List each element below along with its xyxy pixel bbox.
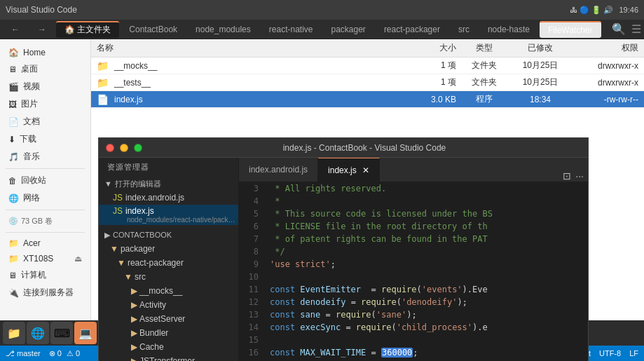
vscode-max-btn[interactable] (134, 144, 142, 152)
explorer-label: 资源管理器 (107, 163, 149, 171)
trash-icon: 🗑 (8, 176, 17, 186)
folder-icon: ▶ (131, 300, 137, 310)
tree-cache[interactable]: ▶ Cache (99, 340, 238, 354)
view-btn[interactable]: ☰ (631, 22, 641, 36)
tab-filewatcher[interactable]: FileWatcher (540, 21, 601, 38)
sidebar-home[interactable]: 🏠 Home (0, 45, 90, 60)
tab-node-haste[interactable]: node-haste (479, 21, 538, 38)
sidebar-docs-label: 文档 (23, 116, 40, 128)
divider-2 (6, 210, 85, 210)
sidebar-network-label: 网络 (23, 192, 40, 204)
tab-packager[interactable]: packager (323, 21, 374, 38)
open-file-index[interactable]: JS index.js node_modules/react-native/pa… (99, 205, 238, 225)
code-line: * This source code is licensed under the… (270, 207, 582, 220)
file-modified: 10月25日 (512, 76, 568, 88)
code-editor[interactable]: 3 4 5 6 7 8 9 10 11 12 13 14 15 16 (239, 182, 588, 361)
tab-contactbook[interactable]: ContactBook (121, 21, 186, 38)
file-size: 1 项 (400, 76, 456, 88)
disk-label: 73 GB 卷 (21, 216, 53, 226)
sidebar-desktop[interactable]: 🖥 桌面 (0, 60, 90, 78)
tab-home[interactable]: 🏠 主文件夹 (56, 21, 119, 38)
col-modified[interactable]: 已修改 (512, 42, 568, 54)
file-perms: drwxrwxr-x (568, 78, 638, 88)
downloads-icon: ⬇ (8, 135, 15, 144)
chevron-right-icon: ▶ (104, 231, 110, 240)
sidebar-music[interactable]: 🎵 音乐 (0, 148, 90, 165)
sidebar-video[interactable]: 🎬 视频 (0, 78, 90, 95)
close-tab-icon[interactable]: ✕ (362, 165, 369, 175)
sidebar-xt108s[interactable]: 📁 XT108S ⏏ (0, 251, 90, 266)
contactbook-section[interactable]: ▶ CONTACTBOOK (99, 228, 238, 242)
clock: 19:46 (619, 6, 638, 14)
code-line: * of patent rights can be found in the P… (270, 233, 582, 245)
table-row[interactable]: 📁 __mocks__ 1 项 文件夹 10月25日 drwxrwxr-x (91, 57, 644, 74)
eject-icon[interactable]: ⏏ (74, 254, 82, 264)
vscode-close-btn[interactable] (106, 144, 114, 152)
taskbar-terminal-icon[interactable]: ⌨ (50, 322, 73, 344)
sidebar-acer[interactable]: 📁 Acer (0, 236, 90, 251)
code-line: const MAX_WAIT_TIME = 360000; (270, 346, 582, 359)
tree-mocks-label: __mocks__ (139, 286, 182, 296)
network-icon: 🌐 (8, 193, 19, 203)
tab-react-packager[interactable]: react-packager (376, 21, 448, 38)
git-branch[interactable]: ⎇ master (6, 349, 41, 358)
tree-mocks[interactable]: ▶ __mocks__ (99, 284, 238, 298)
code-body[interactable]: * All rights reserved. * * This source c… (264, 182, 588, 361)
taskbar-files-icon[interactable]: 📁 (3, 322, 25, 344)
col-size[interactable]: 大小 (400, 42, 456, 54)
col-name[interactable]: 名称 (97, 42, 400, 54)
disk-73gb[interactable]: 💿 73 GB 卷 (8, 216, 82, 226)
tab-src[interactable]: src (450, 21, 478, 38)
table-row[interactable]: 📄 index.js 3.0 KB 程序 18:34 -rw-rw-r-- (91, 91, 644, 108)
code-line: const EventEmitter = require('events').E… (270, 283, 582, 296)
editor-tab-index[interactable]: index.js ✕ (318, 158, 380, 182)
taskbar-browser-icon[interactable]: 🌐 (27, 322, 49, 344)
nav-forward[interactable]: → (29, 21, 55, 38)
divider-3 (6, 232, 85, 233)
line-ending[interactable]: LF (629, 349, 638, 357)
open-editors-section[interactable]: ▼ 打开的编辑器 (99, 177, 238, 191)
search-btn[interactable]: 🔍 (612, 22, 626, 36)
tree-assetserver[interactable]: ▶ AssetServer (99, 312, 238, 326)
divider-1 (6, 168, 85, 169)
code-line: * All rights reserved. (270, 182, 582, 195)
tree-bundler[interactable]: ▶ Bundler (99, 326, 238, 340)
sidebar-docs[interactable]: 📄 文档 (0, 113, 90, 130)
vscode-min-btn[interactable] (120, 144, 128, 152)
tree-cache-label: Cache (139, 342, 164, 352)
table-row[interactable]: 📁 __tests__ 1 项 文件夹 10月25日 drwxrwxr-x (91, 74, 644, 91)
line-num: 4 (245, 195, 259, 207)
split-editor-icon[interactable]: ⊡ (563, 170, 571, 182)
tree-assetserver-label: AssetServer (139, 314, 185, 324)
tab-node-modules[interactable]: node_modules (187, 21, 259, 38)
tab-react-native[interactable]: react-native (261, 21, 322, 38)
file-modified: 18:34 (512, 95, 568, 104)
file-icon: 📄 (97, 94, 109, 105)
file-index-label: index.js (125, 206, 154, 216)
tree-activity[interactable]: ▶ Activity (99, 298, 238, 312)
tree-jstransformer[interactable]: ▶ JSTransformer (99, 354, 238, 361)
encoding[interactable]: UTF-8 (599, 349, 621, 357)
tree-src[interactable]: ▼ src (99, 270, 238, 284)
sidebar-pictures-label: 图片 (21, 98, 38, 110)
tree-react-packager[interactable]: ▼ react-packager (99, 256, 238, 270)
explorer-header[interactable]: 资源管理器 (99, 158, 238, 177)
sidebar-network[interactable]: 🌐 网络 (0, 189, 90, 207)
folder-icon: 📁 (97, 77, 109, 88)
sidebar-connect-server[interactable]: 🔌 连接到服务器 (0, 284, 90, 301)
col-perms[interactable]: 权限 (568, 42, 638, 54)
system-top-bar: Visual Studio Code 🖧 🔵 🔋 🔊 19:46 (0, 0, 644, 20)
sidebar-downloads[interactable]: ⬇ 下载 (0, 130, 90, 148)
taskbar-vscode-icon[interactable]: 💻 (74, 322, 97, 344)
editor-tab-android[interactable]: index.android.js (239, 158, 318, 182)
nav-back[interactable]: ← (3, 21, 28, 38)
sidebar-video-label: 视频 (23, 81, 40, 93)
sidebar-pictures[interactable]: 🖼 图片 (0, 95, 90, 113)
tree-packager[interactable]: ▼ packager (99, 242, 238, 256)
sidebar-trash[interactable]: 🗑 回收站 (0, 172, 90, 189)
file-manager-sidebar: 🏠 Home 🖥 桌面 🎬 视频 🖼 图片 📄 文档 ⬇ 下载 🎵 音乐 (0, 39, 91, 361)
more-actions-icon[interactable]: ··· (575, 170, 584, 182)
sidebar-computer[interactable]: 🖥 计算机 (0, 266, 90, 284)
col-type[interactable]: 类型 (456, 42, 512, 54)
open-file-android[interactable]: JS index.android.js (99, 191, 238, 205)
